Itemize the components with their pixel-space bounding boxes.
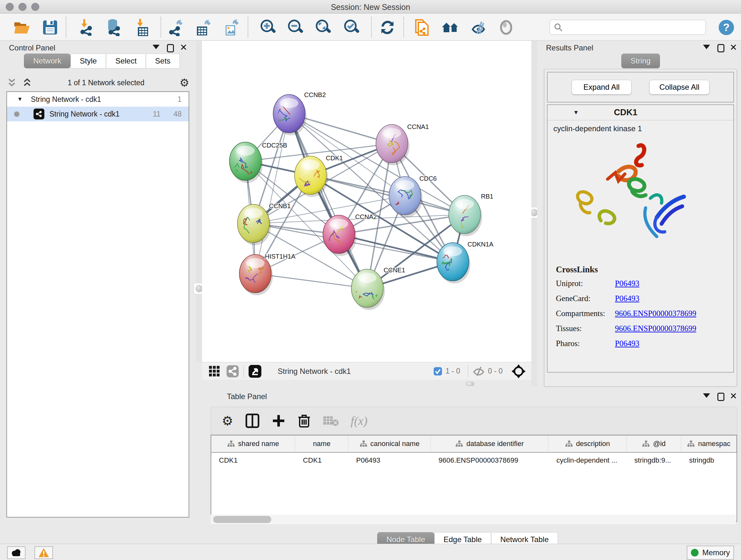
tab-style[interactable]: Style	[71, 54, 106, 68]
zoom-out-icon[interactable]	[286, 18, 305, 37]
gene-name: CDK1	[614, 108, 637, 118]
node-table[interactable]: shared namenamecanonical namedatabase id…	[211, 435, 737, 522]
table-hscrollbar[interactable]	[211, 515, 736, 524]
search-input[interactable]	[549, 20, 706, 35]
birds-eye-grid-icon[interactable]	[208, 365, 220, 377]
show-eye-icon[interactable]	[497, 18, 515, 37]
node-HIST1H1A[interactable]: HIST1H1A	[239, 253, 295, 295]
function-builder-icon[interactable]: f(x)	[351, 414, 367, 428]
hide-eye-icon[interactable]	[469, 18, 488, 37]
network-canvas[interactable]: CCNB2CCNA1CDC25BCDK1CDC6RB1CCNB1CCNA2CDK…	[202, 41, 531, 362]
crosslink-link[interactable]: P06493	[615, 294, 639, 303]
selected-checkbox-icon[interactable]	[433, 367, 442, 376]
column-header--id[interactable]: @id	[627, 435, 682, 452]
tab-select[interactable]: Select	[106, 54, 146, 68]
column-header-name[interactable]: name	[295, 435, 348, 452]
crosslink-link[interactable]: 9606.ENSP00000378699	[615, 309, 696, 318]
tab-string[interactable]: String	[621, 54, 660, 68]
column-header-shared-name[interactable]: shared name	[211, 435, 295, 452]
warning-button[interactable]	[35, 546, 53, 559]
results-panel-float-button[interactable]	[718, 44, 724, 52]
home-network-icon[interactable]	[441, 18, 460, 37]
network-collection-row[interactable]: ▼ String Network - cdk1 1	[7, 92, 189, 107]
node-CDKN1A[interactable]: CDKN1A	[437, 241, 494, 284]
import-network-icon[interactable]	[77, 18, 96, 37]
table-cell[interactable]: CDK1	[211, 453, 295, 468]
collection-collapse-icon[interactable]: ▼	[17, 96, 23, 103]
column-header-database-identifier[interactable]: database identifier	[431, 435, 549, 452]
node-CCNB2[interactable]: CCNB2	[272, 91, 326, 135]
table-cell[interactable]: stringdb:9...	[627, 453, 682, 468]
gene-header-row[interactable]: ▼ CDK1	[548, 105, 733, 120]
control-panel-close-button[interactable]: ✕	[180, 44, 187, 52]
results-panel-menu-button[interactable]	[703, 45, 710, 49]
node-RB1[interactable]: RB1	[449, 193, 493, 236]
collapse-all-button[interactable]: Collapse All	[650, 80, 710, 95]
delete-table-icon[interactable]	[323, 415, 339, 427]
crosslink-link[interactable]: P06493	[615, 279, 639, 288]
table-cell[interactable]: 9606.ENSP00000378699	[431, 453, 549, 468]
expand-all-icon[interactable]	[22, 78, 32, 87]
save-session-icon[interactable]	[41, 18, 59, 37]
column-hierarchy-icon	[687, 440, 695, 447]
import-table-icon[interactable]	[133, 18, 151, 37]
crosslink-row: Pharos:P06493	[556, 339, 728, 348]
table-options-gear-icon[interactable]: ⚙	[222, 414, 233, 428]
export-network-icon[interactable]	[166, 18, 185, 37]
node-CCNE1[interactable]: CCNE1	[351, 266, 405, 310]
column-header-canonical-name[interactable]: canonical name	[348, 435, 431, 452]
control-panel-menu-button[interactable]	[152, 45, 159, 49]
edge-CCNB2-HIST1H1A[interactable]	[255, 114, 289, 273]
export-table-icon[interactable]	[194, 18, 212, 37]
open-in-window-icon[interactable]	[248, 365, 262, 378]
node-CCNA1[interactable]: CCNA1	[376, 123, 429, 165]
left-splitter[interactable]	[196, 41, 202, 362]
crosslink-link[interactable]: P06493	[615, 339, 639, 348]
bottom-splitter-handle[interactable]	[466, 382, 474, 386]
status-bar: Memory	[0, 544, 741, 560]
memory-button[interactable]: Memory	[687, 546, 734, 560]
column-header-description[interactable]: description	[549, 435, 626, 452]
zoom-fit-icon[interactable]	[314, 18, 333, 37]
fit-content-crosshair-icon[interactable]	[511, 364, 526, 379]
string-settings-icon[interactable]	[226, 365, 239, 378]
table-panel-menu-button[interactable]	[703, 393, 710, 398]
network-options-gear-icon[interactable]: ⚙	[180, 76, 189, 89]
table-panel-float-button[interactable]	[718, 393, 724, 401]
column-label: canonical name	[370, 440, 420, 448]
table-cell[interactable]: P06493	[348, 453, 431, 468]
hidden-eye-slash-icon[interactable]	[473, 366, 485, 376]
table-panel-close-button[interactable]: ✕	[730, 392, 737, 400]
expand-all-button[interactable]: Expand All	[571, 80, 631, 95]
collapse-all-icon[interactable]	[6, 78, 17, 87]
zoom-selected-icon[interactable]	[343, 18, 361, 37]
show-columns-icon[interactable]	[246, 414, 259, 428]
help-icon[interactable]: ?	[717, 18, 736, 37]
node-CDC6[interactable]: CDC6	[389, 175, 436, 217]
open-session-icon[interactable]	[13, 18, 31, 37]
table-cell[interactable]: cyclin-dependent ...	[549, 453, 626, 468]
add-column-icon[interactable]	[272, 414, 286, 428]
control-panel-float-button[interactable]	[167, 44, 174, 52]
tab-network[interactable]: Network	[24, 54, 71, 68]
edge-CCNB2-CCNE1[interactable]	[289, 114, 367, 288]
crosslink-link[interactable]: 9606.ENSP00000378699	[615, 324, 696, 333]
table-cell[interactable]: stringdb	[681, 453, 737, 468]
table-cell[interactable]: CDK1	[295, 453, 348, 468]
import-database-icon[interactable]	[104, 18, 123, 37]
table-row[interactable]: CDK1CDK1P064939606.ENSP00000378699cyclin…	[211, 453, 737, 468]
gene-collapse-icon[interactable]: ▼	[573, 109, 579, 116]
column-header-namespac[interactable]: namespac	[681, 435, 737, 452]
table-hscrollbar-thumb[interactable]	[213, 516, 271, 523]
network-view-title: String Network - cdk1	[278, 367, 351, 376]
network-row[interactable]: String Network - cdk1 11 48	[7, 107, 189, 121]
cloud-status-button[interactable]	[7, 546, 25, 559]
export-image-icon[interactable]	[222, 18, 241, 37]
refresh-icon[interactable]	[378, 18, 397, 37]
delete-column-icon[interactable]	[298, 414, 311, 428]
network-graph[interactable]: CCNB2CCNA1CDC25BCDK1CDC6RB1CCNB1CCNA2CDK…	[202, 41, 531, 362]
zoom-in-icon[interactable]	[259, 18, 278, 37]
tab-sets[interactable]: Sets	[146, 54, 180, 68]
share-document-icon[interactable]	[413, 18, 431, 37]
results-panel-close-button[interactable]: ✕	[730, 44, 737, 52]
